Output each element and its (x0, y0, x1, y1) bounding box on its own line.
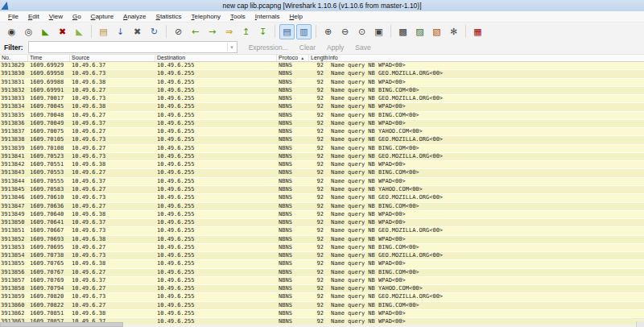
zoom-100-icon[interactable]: ⊙ (354, 24, 369, 39)
start-capture-icon[interactable]: ◣ (38, 24, 53, 39)
preferences-icon[interactable]: ✻ (446, 24, 461, 39)
column-header-info[interactable]: Info (327, 55, 644, 61)
menu-help[interactable]: Help (284, 11, 307, 22)
column-header-destination[interactable]: Destination (155, 55, 277, 61)
cell-src: 10.49.6.73 (70, 136, 155, 143)
packet-list[interactable]: 39138291609.6992910.49.6.3710.49.6.255NB… (0, 62, 644, 327)
packet-row-3913839[interactable]: 39138391609.7010810.49.6.2710.49.6.255NB… (0, 145, 644, 153)
cell-no: 3913844 (0, 178, 28, 185)
capture-filters-icon[interactable]: ▩ (395, 24, 411, 39)
packet-row-3913851[interactable]: 39138511609.7066710.49.6.7310.49.6.255NB… (0, 227, 644, 235)
menu-internals[interactable]: Internals (250, 11, 285, 22)
cell-len: 92 (309, 62, 327, 69)
menu-bar: FileEditViewGoCaptureAnalyzeStatisticsTe… (0, 11, 644, 22)
find-packet-icon[interactable]: ⊘ (171, 24, 186, 39)
packet-row-3913844[interactable]: 39138441609.7055510.49.6.3710.49.6.255NB… (0, 178, 644, 186)
cell-time: 1609.70693 (28, 236, 70, 243)
packet-row-3913857[interactable]: 39138571609.7076910.49.6.3710.49.6.255NB… (0, 277, 644, 285)
packet-row-3913846[interactable]: 39138461609.7061010.49.6.7310.49.6.255NB… (0, 194, 644, 202)
packet-row-3913842[interactable]: 39138421609.7055110.49.6.3810.49.6.255NB… (0, 161, 644, 169)
packet-row-3913849[interactable]: 39138491609.7064010.49.6.3810.49.6.255NB… (0, 211, 644, 219)
menu-file[interactable]: File (3, 11, 23, 22)
apply-button[interactable]: Apply (327, 43, 344, 52)
close-file-icon[interactable]: ✖ (130, 24, 145, 39)
packet-row-3913835[interactable]: 39138351609.7004810.49.6.2710.49.6.255NB… (0, 112, 644, 120)
column-header-length[interactable]: Length (309, 55, 327, 61)
cell-time: 1609.70555 (28, 178, 70, 185)
packet-row-3913845[interactable]: 39138451609.7058310.49.6.2710.49.6.255NB… (0, 186, 644, 194)
cell-src: 10.49.6.38 (70, 79, 155, 86)
packet-row-3913852[interactable]: 39138521609.7069310.49.6.3810.49.6.255NB… (0, 236, 644, 244)
go-to-bottom-icon[interactable]: ↧ (255, 24, 270, 39)
menu-tools[interactable]: Tools (225, 11, 250, 22)
cell-info: Name query NB GEO.MOZILLA.ORG<00> (327, 293, 644, 300)
stop-capture-icon[interactable]: ✖ (55, 24, 70, 39)
cell-src: 10.49.6.73 (70, 153, 155, 160)
cell-dst: 10.49.6.255 (155, 219, 277, 226)
packet-row-3913856[interactable]: 39138561609.7076710.49.6.2710.49.6.255NB… (0, 269, 644, 277)
packet-row-3913841[interactable]: 39138411609.7052310.49.6.7310.49.6.255NB… (0, 153, 644, 161)
clear-button[interactable]: Clear (299, 43, 316, 52)
column-header-time[interactable]: Time (28, 55, 70, 61)
packet-row-3913837[interactable]: 39138371609.7007510.49.6.2710.49.6.255NB… (0, 128, 644, 136)
packet-row-3913854[interactable]: 39138541609.7073810.49.6.7310.49.6.255NB… (0, 252, 644, 260)
save-button[interactable]: Save (355, 43, 370, 52)
packet-row-3913858[interactable]: 39138581609.7079410.49.6.2710.49.6.255NB… (0, 285, 644, 293)
column-header-no[interactable]: No. (0, 55, 28, 61)
packet-row-3913850[interactable]: 39138501609.7064110.49.6.3710.49.6.255NB… (0, 219, 644, 227)
menu-telephony[interactable]: Telephony (187, 11, 225, 22)
colorize-packets-icon[interactable]: ▤ (279, 24, 295, 39)
zoom-in-icon[interactable]: ⊕ (320, 24, 336, 39)
packet-row-3913834[interactable]: 39138341609.7004510.49.6.3810.49.6.255NB… (0, 103, 644, 111)
packet-row-3913838[interactable]: 39138381609.7010510.49.6.7310.49.6.255NB… (0, 136, 644, 144)
column-header-source[interactable]: Source (70, 55, 155, 61)
zoom-out-icon[interactable]: ⊖ (337, 24, 353, 39)
packet-row-3913862[interactable]: 39138621609.7085110.49.6.3810.49.6.255NB… (0, 310, 644, 318)
go-back-icon[interactable]: ← (188, 24, 203, 39)
wireshark-logo-icon (1, 2, 10, 10)
cell-src: 10.49.6.37 (70, 178, 155, 185)
save-file-icon[interactable]: ↓ (113, 24, 128, 39)
packet-row-3913859[interactable]: 39138591609.7082010.49.6.7310.49.6.255NB… (0, 293, 644, 301)
coloring-rules-icon[interactable]: ▧ (429, 24, 444, 39)
expression-button[interactable]: Expression... (249, 43, 288, 52)
menu-capture[interactable]: Capture (86, 11, 118, 22)
cell-time: 1609.70105 (28, 136, 70, 143)
menu-go[interactable]: Go (68, 11, 86, 22)
go-forward-icon[interactable]: → (204, 24, 220, 39)
packet-row-3913829[interactable]: 39138291609.6992910.49.6.3710.49.6.255NB… (0, 62, 644, 70)
restart-capture-icon[interactable]: ◣ (72, 24, 87, 39)
menu-analyze[interactable]: Analyze (118, 11, 151, 22)
packet-row-3913843[interactable]: 39138431609.7055310.49.6.2710.49.6.255NB… (0, 169, 644, 177)
reload-file-icon[interactable]: ↻ (147, 24, 162, 39)
packet-row-3913860[interactable]: 39138601609.7082210.49.6.2710.49.6.255NB… (0, 302, 644, 310)
cell-no: 3913836 (0, 120, 28, 127)
packet-row-3913832[interactable]: 39138321609.6999110.49.6.2710.49.6.255NB… (0, 87, 644, 95)
menu-statistics[interactable]: Statistics (151, 11, 187, 22)
list-interfaces-icon[interactable]: ◉ (4, 24, 19, 39)
packet-row-3913836[interactable]: 39138361609.7004910.49.6.3710.49.6.255NB… (0, 120, 644, 128)
capture-options-icon[interactable]: ◎ (21, 24, 36, 39)
packet-row-3913855[interactable]: 39138551609.7076510.49.6.3810.49.6.255NB… (0, 260, 644, 268)
packet-row-3913853[interactable]: 39138531609.7069510.49.6.2710.49.6.255NB… (0, 244, 644, 252)
filter-input[interactable] (29, 43, 227, 52)
packet-row-3913831[interactable]: 39138311609.6998810.49.6.3810.49.6.255NB… (0, 79, 644, 87)
column-header-protoco[interactable]: Protoco▲ (277, 55, 309, 61)
display-filters-icon[interactable]: ▨ (412, 24, 427, 39)
menu-edit[interactable]: Edit (23, 11, 44, 22)
packet-row-3913847[interactable]: 39138471609.7063610.49.6.2710.49.6.255NB… (0, 203, 644, 211)
horizontal-scrollbar-thumb[interactable] (0, 322, 123, 327)
chevron-down-icon[interactable]: ▾ (227, 43, 237, 52)
main-toolbar: ◉◎◣✖◣▤↓✖↻⊘←→⇒↥↧▤▥⊕⊖⊙▣▩▨▧✻▦ (0, 22, 644, 40)
packet-row-3913833[interactable]: 39138331609.7001710.49.6.7310.49.6.255NB… (0, 95, 644, 103)
open-file-icon[interactable]: ▤ (96, 24, 111, 39)
auto-scroll-icon[interactable]: ▥ (296, 24, 312, 39)
filter-combobox[interactable]: ▾ (28, 41, 237, 53)
cell-src: 10.49.6.27 (70, 169, 155, 176)
go-to-packet-icon[interactable]: ⇒ (221, 24, 237, 39)
help-icon[interactable]: ▦ (470, 24, 485, 39)
go-to-top-icon[interactable]: ↥ (238, 24, 254, 39)
menu-view[interactable]: View (44, 11, 68, 22)
packet-row-3913830[interactable]: 39138301609.6995810.49.6.7310.49.6.255NB… (0, 70, 644, 78)
resize-columns-icon[interactable]: ▣ (371, 24, 386, 39)
